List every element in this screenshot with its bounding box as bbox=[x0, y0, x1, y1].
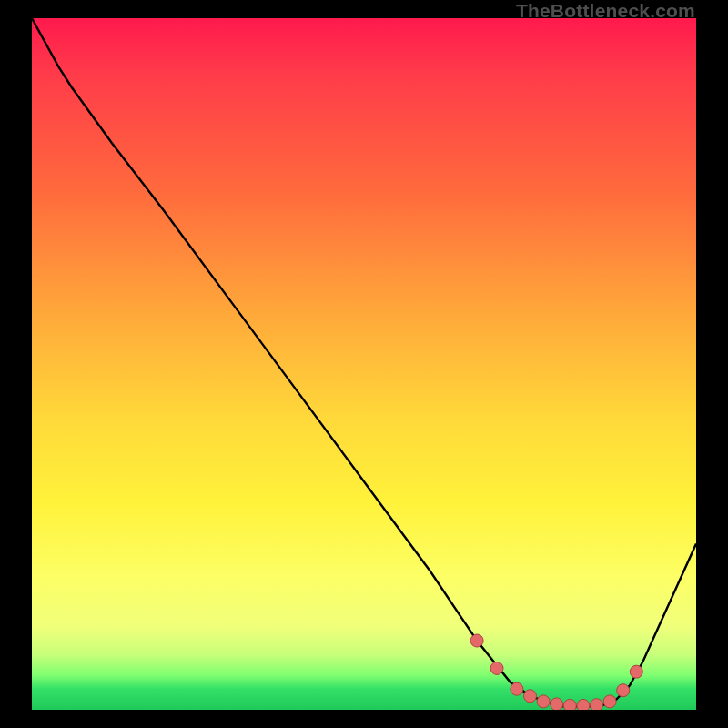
marker-point bbox=[630, 665, 642, 678]
marker-point bbox=[577, 699, 590, 710]
marker-point bbox=[537, 695, 550, 708]
marker-point bbox=[603, 695, 616, 708]
bottleneck-curve bbox=[32, 18, 696, 706]
chart-svg bbox=[32, 18, 696, 710]
marker-point bbox=[470, 634, 483, 647]
marker-point bbox=[591, 699, 603, 710]
plot-area bbox=[32, 18, 696, 710]
watermark-text: TheBottleneck.com bbox=[516, 0, 695, 22]
marker-point bbox=[511, 682, 523, 695]
marker-point bbox=[617, 684, 630, 697]
marker-point bbox=[563, 699, 576, 710]
chart-frame: TheBottleneck.com bbox=[0, 0, 728, 728]
marker-point bbox=[524, 690, 537, 703]
marker-point bbox=[490, 662, 503, 674]
marker-point bbox=[551, 698, 563, 710]
